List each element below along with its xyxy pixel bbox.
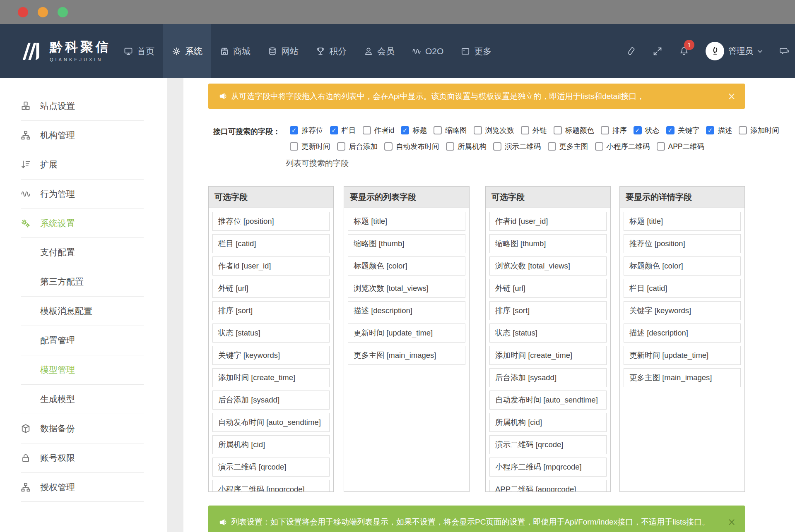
field-checkbox-item[interactable]: APP二维码 bbox=[657, 141, 705, 151]
field-checkbox-item[interactable]: 标题颜色 bbox=[554, 125, 594, 135]
checkbox[interactable] bbox=[337, 142, 345, 151]
sidebar-item[interactable]: 授权管理 bbox=[21, 473, 144, 502]
checkbox[interactable] bbox=[554, 126, 562, 134]
draggable-field[interactable]: 缩略图 [thumb] bbox=[348, 234, 465, 253]
checkbox[interactable] bbox=[521, 126, 529, 134]
draggable-field[interactable]: 浏览次数 [total_views] bbox=[348, 279, 465, 298]
window-zoom-button[interactable] bbox=[58, 7, 68, 17]
checkbox[interactable] bbox=[666, 126, 675, 134]
field-checkbox-item[interactable]: 推荐位 bbox=[290, 125, 323, 135]
close-icon[interactable]: × bbox=[728, 517, 736, 527]
draggable-field[interactable]: 缩略图 [thumb] bbox=[489, 234, 607, 253]
checkbox[interactable] bbox=[363, 126, 371, 134]
nav-item[interactable]: 网站 bbox=[259, 24, 307, 78]
checkbox[interactable] bbox=[474, 126, 482, 134]
checkbox[interactable] bbox=[739, 126, 747, 134]
user-menu[interactable]: 管理员 bbox=[706, 42, 763, 60]
field-checkbox-item[interactable]: 小程序二维码 bbox=[595, 141, 650, 151]
field-checkbox-item[interactable]: 添加时间 bbox=[739, 125, 779, 135]
checkbox[interactable] bbox=[401, 126, 409, 134]
draggable-field[interactable]: 所属机构 [cid] bbox=[489, 413, 607, 432]
draggable-field[interactable]: 作者id [user_id] bbox=[489, 212, 607, 231]
draggable-field[interactable]: 外链 [url] bbox=[212, 279, 330, 298]
field-checkbox-item[interactable]: 状态 bbox=[634, 125, 660, 135]
draggable-field[interactable]: 更新时间 [update_time] bbox=[624, 346, 741, 365]
notifications-bell-icon[interactable]: 1 bbox=[679, 46, 689, 56]
sidebar-item[interactable]: 生成模型 bbox=[21, 385, 144, 414]
checkbox[interactable] bbox=[290, 142, 298, 151]
sidebar-item[interactable]: 账号权限 bbox=[21, 443, 144, 473]
checkbox[interactable] bbox=[330, 126, 338, 134]
draggable-field[interactable]: 后台添加 [sysadd] bbox=[212, 391, 330, 410]
checkbox[interactable] bbox=[601, 126, 609, 134]
sidebar-item[interactable]: 扩展 bbox=[21, 150, 144, 180]
field-checkbox-item[interactable]: 所属机构 bbox=[446, 141, 487, 151]
nav-item[interactable]: 积分 bbox=[307, 24, 355, 78]
nav-item[interactable]: 会员 bbox=[355, 24, 403, 78]
draggable-field[interactable]: 作者id [user_id] bbox=[212, 256, 330, 276]
draggable-field[interactable]: APP二维码 [appqrcode] bbox=[489, 480, 607, 492]
field-checkbox-item[interactable]: 更多主图 bbox=[548, 141, 588, 151]
draggable-field[interactable]: 栏目 [catid] bbox=[624, 279, 741, 298]
draggable-field[interactable]: 添加时间 [create_time] bbox=[212, 368, 330, 387]
field-checkbox-item[interactable]: 排序 bbox=[601, 125, 627, 135]
draggable-field[interactable]: 演示二维码 [qrcode] bbox=[489, 435, 607, 454]
checkbox[interactable] bbox=[548, 142, 556, 151]
nav-item[interactable]: 商城 bbox=[211, 24, 259, 78]
draggable-field[interactable]: 更多主图 [main_images] bbox=[624, 368, 741, 387]
sidebar-item[interactable]: 数据备份 bbox=[21, 414, 144, 443]
sidebar-item[interactable]: 模型管理 bbox=[21, 355, 144, 385]
sidebar-item[interactable]: 模板消息配置 bbox=[21, 297, 144, 326]
fullscreen-icon[interactable] bbox=[653, 46, 662, 56]
nav-item[interactable]: 首页 bbox=[115, 24, 163, 78]
sidebar-item[interactable]: 站点设置 bbox=[21, 91, 144, 121]
sidebar-item[interactable]: 系统设置 bbox=[21, 209, 144, 238]
draggable-field[interactable]: 小程序二维码 [mpqrcode] bbox=[212, 480, 330, 492]
draggable-field[interactable]: 后台添加 [sysadd] bbox=[489, 368, 607, 387]
field-checkbox-item[interactable]: 后台添加 bbox=[337, 141, 378, 151]
draggable-field[interactable]: 浏览次数 [total_views] bbox=[489, 256, 607, 276]
draggable-field[interactable]: 演示二维码 [qrcode] bbox=[212, 458, 330, 477]
draggable-field[interactable]: 外链 [url] bbox=[489, 279, 607, 298]
field-checkbox-item[interactable]: 外链 bbox=[521, 125, 547, 135]
draggable-field[interactable]: 推荐位 [position] bbox=[624, 234, 741, 253]
draggable-field[interactable]: 排序 [sort] bbox=[489, 301, 607, 320]
messages-icon[interactable] bbox=[779, 46, 789, 56]
draggable-field[interactable]: 状态 [status] bbox=[489, 324, 607, 343]
field-checkbox-item[interactable]: 标题 bbox=[401, 125, 427, 135]
nav-item[interactable]: O2O bbox=[403, 24, 452, 78]
draggable-field[interactable]: 标题 [title] bbox=[624, 212, 741, 231]
draggable-field[interactable]: 更新时间 [update_time] bbox=[348, 324, 465, 343]
checkbox[interactable] bbox=[657, 142, 665, 151]
draggable-field[interactable]: 描述 [description] bbox=[624, 324, 741, 343]
draggable-field[interactable]: 小程序二维码 [mpqrcode] bbox=[489, 458, 607, 477]
sidebar-item[interactable]: 行为管理 bbox=[21, 180, 144, 209]
draggable-field[interactable]: 状态 [status] bbox=[212, 324, 330, 343]
nav-item[interactable]: 系统 bbox=[163, 24, 211, 78]
draggable-field[interactable]: 推荐位 [position] bbox=[212, 212, 330, 231]
checkbox[interactable] bbox=[634, 126, 642, 134]
draggable-field[interactable]: 栏目 [catid] bbox=[212, 234, 330, 253]
draggable-field[interactable]: 排序 [sort] bbox=[212, 301, 330, 320]
sidebar-item[interactable]: 配置管理 bbox=[21, 326, 144, 355]
draggable-field[interactable]: 描述 [description] bbox=[348, 301, 465, 320]
field-checkbox-item[interactable]: 描述 bbox=[706, 125, 732, 135]
field-checkbox-item[interactable]: 演示二维码 bbox=[493, 141, 541, 151]
field-checkbox-item[interactable]: 作者id bbox=[363, 125, 395, 135]
draggable-field[interactable]: 标题颜色 [color] bbox=[624, 256, 741, 276]
draggable-field[interactable]: 自动发布时间 [auto_sendtime] bbox=[212, 413, 330, 432]
draggable-field[interactable]: 关键字 [keywords] bbox=[624, 301, 741, 320]
field-checkbox-item[interactable]: 关键字 bbox=[666, 125, 700, 135]
draggable-field[interactable]: 关键字 [keywords] bbox=[212, 346, 330, 365]
draggable-field[interactable]: 添加时间 [create_time] bbox=[489, 346, 607, 365]
draggable-field[interactable]: 标题颜色 [color] bbox=[348, 256, 465, 276]
checkbox[interactable] bbox=[706, 126, 714, 134]
field-checkbox-item[interactable]: 更新时间 bbox=[290, 141, 330, 151]
checkbox[interactable] bbox=[290, 126, 298, 134]
field-checkbox-item[interactable]: 自动发布时间 bbox=[384, 141, 439, 151]
checkbox[interactable] bbox=[434, 126, 442, 134]
brand[interactable]: 黔科聚信 QIANKEJUXIN bbox=[21, 24, 111, 78]
window-close-button[interactable] bbox=[18, 7, 28, 17]
checkbox[interactable] bbox=[493, 142, 501, 151]
draggable-field[interactable]: 所属机构 [cid] bbox=[212, 435, 330, 454]
